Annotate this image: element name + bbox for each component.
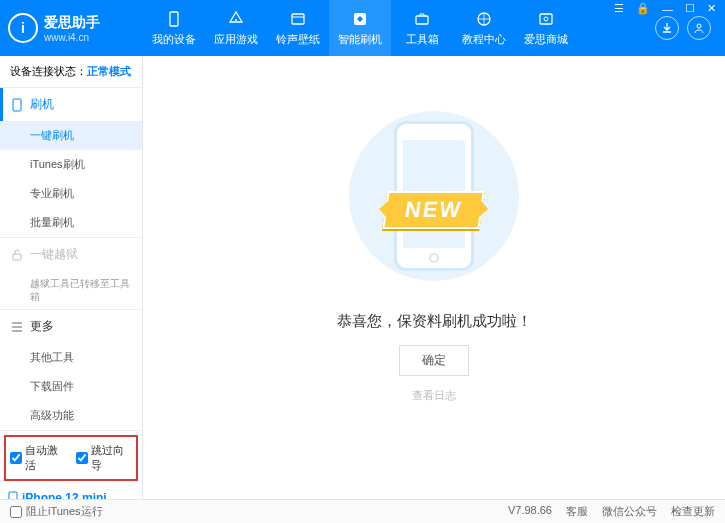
sidebar-item-flash-1[interactable]: iTunes刷机	[0, 150, 142, 179]
svg-point-1	[235, 19, 237, 21]
sidebar-item-flash-0[interactable]: 一键刷机	[0, 121, 142, 150]
customer-service-link[interactable]: 客服	[566, 504, 588, 519]
list-icon	[10, 320, 24, 334]
nav-tabs: 我的设备应用游戏铃声壁纸智能刷机工具箱教程中心爱思商城	[143, 0, 655, 56]
nav-tab-2[interactable]: 铃声壁纸	[267, 0, 329, 56]
app-name: 爱思助手	[44, 14, 100, 32]
nav-label-5: 教程中心	[462, 32, 506, 47]
ok-button[interactable]: 确定	[399, 345, 469, 376]
sidebar-head-jailbreak[interactable]: 一键越狱	[0, 238, 142, 271]
svg-rect-10	[13, 254, 21, 260]
nav-tab-6[interactable]: 爱思商城	[515, 0, 577, 56]
nav-label-3: 智能刷机	[338, 32, 382, 47]
nav-label-1: 应用游戏	[214, 32, 258, 47]
sidebar: 设备连接状态：正常模式 刷机 一键刷机iTunes刷机专业刷机批量刷机 一键越狱…	[0, 56, 143, 499]
status-label: 设备连接状态：	[10, 65, 87, 77]
maximize-icon[interactable]: ☐	[682, 2, 698, 15]
nav-icon-1	[226, 9, 246, 29]
nav-icon-6	[536, 9, 556, 29]
svg-rect-2	[292, 14, 304, 24]
new-ribbon: NEW	[383, 191, 486, 229]
phone-icon	[10, 98, 24, 112]
nav-tab-5[interactable]: 教程中心	[453, 0, 515, 56]
checkbox-auto-activate-label: 自动激活	[25, 443, 66, 473]
options-highlight: 自动激活 跳过向导	[4, 435, 138, 481]
success-illustration: NEW	[344, 96, 524, 296]
checkbox-auto-activate[interactable]: 自动激活	[10, 443, 66, 473]
block-itunes-input[interactable]	[10, 506, 22, 518]
wechat-link[interactable]: 微信公众号	[602, 504, 657, 519]
nav-icon-3	[350, 9, 370, 29]
checkbox-auto-activate-input[interactable]	[10, 452, 22, 464]
svg-rect-0	[170, 12, 178, 26]
sidebar-head-more[interactable]: 更多	[0, 310, 142, 343]
connection-status: 设备连接状态：正常模式	[0, 56, 142, 88]
nav-icon-2	[288, 9, 308, 29]
block-itunes-label: 阻止iTunes运行	[26, 504, 103, 519]
download-icon[interactable]	[655, 16, 679, 40]
nav-label-4: 工具箱	[406, 32, 439, 47]
logo-icon: i	[8, 13, 38, 43]
nav-icon-4	[412, 9, 432, 29]
nav-icon-5	[474, 9, 494, 29]
view-log-link[interactable]: 查看日志	[412, 388, 456, 403]
nav-tab-3[interactable]: 智能刷机	[329, 0, 391, 56]
status-value: 正常模式	[87, 65, 131, 77]
block-itunes-checkbox[interactable]: 阻止iTunes运行	[10, 504, 103, 519]
success-message: 恭喜您，保资料刷机成功啦！	[337, 312, 532, 331]
nav-tab-4[interactable]: 工具箱	[391, 0, 453, 56]
menu-icon[interactable]: ☰	[611, 2, 627, 15]
lock-open-icon	[10, 248, 24, 262]
main-content: NEW 恭喜您，保资料刷机成功啦！ 确定 查看日志	[143, 56, 725, 499]
sidebar-head-flash-label: 刷机	[30, 96, 54, 113]
check-update-link[interactable]: 检查更新	[671, 504, 715, 519]
svg-point-8	[697, 24, 701, 28]
sidebar-head-jailbreak-label: 一键越狱	[30, 246, 78, 263]
minimize-icon[interactable]: —	[659, 3, 676, 15]
svg-rect-9	[13, 99, 21, 111]
sidebar-item-more-2[interactable]: 高级功能	[0, 401, 142, 430]
checkbox-skip-guide-label: 跳过向导	[91, 443, 132, 473]
lock-icon[interactable]: 🔒	[633, 2, 653, 15]
nav-label-0: 我的设备	[152, 32, 196, 47]
close-icon[interactable]: ✕	[704, 2, 719, 15]
sidebar-item-more-1[interactable]: 下载固件	[0, 372, 142, 401]
version-label: V7.98.66	[508, 504, 552, 519]
logo-area: i 爱思助手 www.i4.cn	[8, 13, 143, 43]
sidebar-item-flash-3[interactable]: 批量刷机	[0, 208, 142, 237]
svg-rect-6	[540, 14, 552, 24]
nav-tab-1[interactable]: 应用游戏	[205, 0, 267, 56]
header-right	[655, 16, 711, 40]
sidebar-head-flash[interactable]: 刷机	[0, 88, 142, 121]
user-icon[interactable]	[687, 16, 711, 40]
checkbox-skip-guide-input[interactable]	[76, 452, 88, 464]
app-url: www.i4.cn	[44, 32, 100, 43]
nav-icon-0	[164, 9, 184, 29]
checkbox-skip-guide[interactable]: 跳过向导	[76, 443, 132, 473]
jailbreak-note: 越狱工具已转移至工具箱	[0, 271, 142, 309]
nav-label-2: 铃声壁纸	[276, 32, 320, 47]
nav-tab-0[interactable]: 我的设备	[143, 0, 205, 56]
window-controls: ☰ 🔒 — ☐ ✕	[611, 2, 719, 15]
svg-point-7	[544, 17, 548, 21]
sidebar-head-more-label: 更多	[30, 318, 54, 335]
nav-label-6: 爱思商城	[524, 32, 568, 47]
sidebar-item-more-0[interactable]: 其他工具	[0, 343, 142, 372]
sidebar-item-flash-2[interactable]: 专业刷机	[0, 179, 142, 208]
footer: 阻止iTunes运行 V7.98.66 客服 微信公众号 检查更新	[0, 499, 725, 523]
svg-rect-4	[416, 16, 428, 24]
